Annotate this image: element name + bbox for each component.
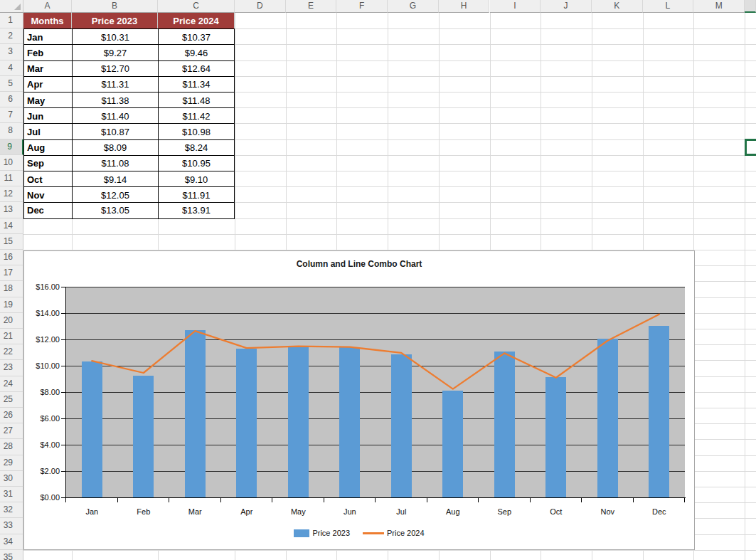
table-header-price-2023[interactable]: Price 2023 <box>72 13 158 28</box>
cell-month-oct[interactable]: Oct <box>23 171 72 187</box>
column-header-E[interactable]: E <box>286 0 337 13</box>
row-header-15[interactable]: 15 <box>0 234 23 250</box>
y-tick <box>61 418 66 419</box>
column-header-active-clipped[interactable] <box>745 0 756 13</box>
cell-month-mar[interactable]: Mar <box>23 60 72 77</box>
row-header-13[interactable]: 13 <box>0 202 23 218</box>
column-header-G[interactable]: G <box>388 0 439 13</box>
row-header-11[interactable]: 11 <box>0 171 23 186</box>
row-header-22[interactable]: 22 <box>0 344 23 360</box>
x-tick <box>220 497 221 502</box>
cell-price2024-apr[interactable]: $11.34 <box>158 76 235 93</box>
row-header-24[interactable]: 24 <box>0 376 23 392</box>
cell-price2024-mar[interactable]: $12.64 <box>158 60 235 77</box>
cell-price2024-jun[interactable]: $11.42 <box>158 107 235 124</box>
column-header-M[interactable]: M <box>693 0 745 13</box>
row-header-35[interactable]: 35 <box>0 550 23 560</box>
cell-month-aug[interactable]: Aug <box>23 139 72 156</box>
row-header-17[interactable]: 17 <box>0 265 23 281</box>
cell-price2024-may[interactable]: $11.48 <box>158 92 235 108</box>
row-header-3[interactable]: 3 <box>0 44 23 60</box>
combo-chart[interactable]: Column and Line Combo Chart $0.00$2.00$4… <box>23 250 695 550</box>
cell-month-sep[interactable]: Sep <box>23 155 72 171</box>
row-header-23[interactable]: 23 <box>0 360 23 376</box>
line-series-price-2024[interactable] <box>66 287 685 497</box>
column-header-K[interactable]: K <box>592 0 643 13</box>
row-header-4[interactable]: 4 <box>0 60 23 76</box>
cell-month-jun[interactable]: Jun <box>23 107 72 124</box>
select-all-corner[interactable] <box>0 0 23 13</box>
row-header-34[interactable]: 34 <box>0 534 23 550</box>
cell-price2024-sep[interactable]: $10.95 <box>158 155 235 171</box>
row-header-2[interactable]: 2 <box>0 28 23 44</box>
cell-price2023-mar[interactable]: $12.70 <box>72 60 158 77</box>
x-category-label: May <box>275 507 321 517</box>
column-header-A[interactable]: A <box>23 0 72 13</box>
y-tick-label: $10.00 <box>27 361 60 371</box>
cell-month-jan[interactable]: Jan <box>23 28 72 45</box>
cell-price2023-oct[interactable]: $9.14 <box>72 171 158 187</box>
cell-price2023-apr[interactable]: $11.31 <box>72 76 158 93</box>
row-header-5[interactable]: 5 <box>0 76 23 92</box>
column-header-D[interactable]: D <box>235 0 286 13</box>
column-header-L[interactable]: L <box>643 0 694 13</box>
row-header-26[interactable]: 26 <box>0 408 23 423</box>
row-header-31[interactable]: 31 <box>0 487 23 502</box>
cell-price2024-feb[interactable]: $9.46 <box>158 44 235 60</box>
cell-price2023-feb[interactable]: $9.27 <box>72 44 158 60</box>
cell-month-dec[interactable]: Dec <box>23 202 72 218</box>
cell-price2024-aug[interactable]: $8.24 <box>158 139 235 156</box>
row-header-19[interactable]: 19 <box>0 297 23 313</box>
row-header-21[interactable]: 21 <box>0 329 23 344</box>
cell-price2023-nov[interactable]: $12.05 <box>72 186 158 203</box>
row-header-30[interactable]: 30 <box>0 471 23 487</box>
cell-price2023-jan[interactable]: $10.31 <box>72 28 158 45</box>
row-header-16[interactable]: 16 <box>0 250 23 265</box>
row-header-10[interactable]: 10 <box>0 155 23 171</box>
cell-price2023-jun[interactable]: $11.40 <box>72 107 158 124</box>
cell-month-may[interactable]: May <box>23 92 72 108</box>
cell-price2023-dec[interactable]: $13.05 <box>72 202 158 218</box>
column-header-H[interactable]: H <box>439 0 490 13</box>
legend-item-price-2023[interactable]: Price 2023 <box>294 529 350 537</box>
column-header-B[interactable]: B <box>72 0 158 13</box>
row-header-12[interactable]: 12 <box>0 186 23 202</box>
column-header-I[interactable]: I <box>490 0 541 13</box>
cell-price2024-dec[interactable]: $13.91 <box>158 202 235 218</box>
row-header-27[interactable]: 27 <box>0 423 23 439</box>
column-header-F[interactable]: F <box>336 0 388 13</box>
row-header-29[interactable]: 29 <box>0 455 23 471</box>
row-header-20[interactable]: 20 <box>0 313 23 329</box>
cell-price2023-jul[interactable]: $10.87 <box>72 123 158 139</box>
cell-month-feb[interactable]: Feb <box>23 44 72 60</box>
cell-month-nov[interactable]: Nov <box>23 186 72 203</box>
column-header-J[interactable]: J <box>541 0 592 13</box>
row-header-25[interactable]: 25 <box>0 392 23 408</box>
active-cell-selection[interactable] <box>745 139 756 156</box>
row-header-7[interactable]: 7 <box>0 107 23 123</box>
column-header-C[interactable]: C <box>158 0 235 13</box>
cell-price2024-jul[interactable]: $10.98 <box>158 123 235 139</box>
cell-price2024-jan[interactable]: $10.37 <box>158 28 235 45</box>
chart-legend[interactable]: Price 2023 Price 2024 <box>24 527 694 539</box>
row-header-28[interactable]: 28 <box>0 439 23 455</box>
cell-price2023-aug[interactable]: $8.09 <box>72 139 158 156</box>
row-header-1[interactable]: 1 <box>0 13 23 28</box>
legend-item-price-2024[interactable]: Price 2024 <box>363 529 425 537</box>
row-header-8[interactable]: 8 <box>0 123 23 139</box>
cell-month-jul[interactable]: Jul <box>23 123 72 139</box>
row-header-33[interactable]: 33 <box>0 518 23 534</box>
row-header-32[interactable]: 32 <box>0 502 23 518</box>
cell-price2024-nov[interactable]: $11.91 <box>158 186 235 203</box>
cell-price2024-oct[interactable]: $9.10 <box>158 171 235 187</box>
cell-price2023-may[interactable]: $11.38 <box>72 92 158 108</box>
row-header-14[interactable]: 14 <box>0 218 23 234</box>
spreadsheet-grid[interactable]: ABCDEFGHIJKLM 12345678910111213141516171… <box>0 0 756 560</box>
row-header-6[interactable]: 6 <box>0 92 23 107</box>
cell-month-apr[interactable]: Apr <box>23 76 72 93</box>
row-header-18[interactable]: 18 <box>0 281 23 297</box>
row-header-9[interactable]: 9 <box>0 139 23 155</box>
cell-price2023-sep[interactable]: $11.08 <box>72 155 158 171</box>
table-header-price-2024[interactable]: Price 2024 <box>158 13 235 28</box>
table-header-months[interactable]: Months <box>23 13 72 28</box>
